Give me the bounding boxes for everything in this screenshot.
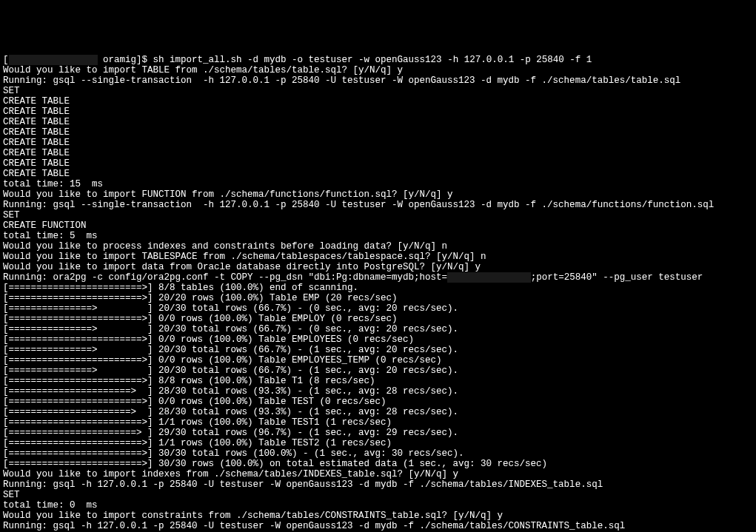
output-line: Running: ora2pg -c config/ora2pg.conf -t… <box>3 272 753 283</box>
progress-line: [======================> ] 28/30 total r… <box>3 407 753 417</box>
output-line: Running: gsql --single-transaction -h 12… <box>3 200 753 210</box>
output-line: CREATE TABLE <box>3 169 753 179</box>
output-line: Running: gsql -h 127.0.0.1 -p 25840 -U t… <box>3 521 753 531</box>
output-line: SET <box>3 490 753 500</box>
progress-line: [========================>] 0/0 rows (10… <box>3 397 753 407</box>
prompt-path: oramig]$ <box>98 55 153 65</box>
output-line: CREATE TABLE <box>3 96 753 107</box>
command-text: sh import_all.sh -d mydb -o testuser -w … <box>153 55 592 65</box>
output-line: CREATE TABLE <box>3 158 753 169</box>
output-line: Would you like to import data from Oracl… <box>3 262 753 272</box>
progress-line: [========================>] 1/1 rows (10… <box>3 438 753 448</box>
progress-line: [========================>] 8/8 rows (10… <box>3 376 753 386</box>
output-line: total time: 0 ms <box>3 500 753 511</box>
output-line: CREATE FUNCTION <box>3 220 753 231</box>
output-line: SET <box>3 86 753 96</box>
progress-line: [===============> ] 20/30 total rows (66… <box>3 303 753 314</box>
progress-line: [========================>] 30/30 rows (… <box>3 459 753 469</box>
progress-line: [======================> ] 28/30 total r… <box>3 386 753 397</box>
output-line: total time: 5 ms <box>3 231 753 241</box>
output-line: Would you like to import FUNCTION from .… <box>3 189 753 200</box>
output-line: CREATE TABLE <box>3 148 753 158</box>
progress-line: [========================>] 0/0 rows (10… <box>3 355 753 366</box>
redacted-host <box>9 55 98 65</box>
prompt-open: [ <box>3 55 9 65</box>
progress-line: [========================>] 20/20 rows (… <box>3 293 753 303</box>
progress-line: [===============> ] 20/30 total rows (66… <box>3 345 753 355</box>
redacted-host-2 <box>447 272 531 283</box>
output-line: CREATE TABLE <box>3 127 753 138</box>
progress-line: [===============> ] 20/30 total rows (66… <box>3 366 753 376</box>
progress-line: [========================>] 30/30 total … <box>3 448 753 459</box>
progress-line: [========================>] 1/1 rows (10… <box>3 417 753 428</box>
output-line: Would you like to import TABLESPACE from… <box>3 252 753 262</box>
output-line: Would you like to import constraints fro… <box>3 511 753 521</box>
output-line: Would you like to process indexes and co… <box>3 241 753 252</box>
output-line: CREATE TABLE <box>3 117 753 127</box>
output-line: Would you like to import TABLE from ./sc… <box>3 65 753 75</box>
output-line: Running: gsql --single-transaction -h 12… <box>3 75 753 86</box>
output-line: CREATE TABLE <box>3 138 753 148</box>
output-line: Would you like to import indexes from ./… <box>3 469 753 479</box>
prompt-line: [ oramig]$ sh import_all.sh -d mydb -o t… <box>3 55 753 65</box>
terminal-output[interactable]: [ oramig]$ sh import_all.sh -d mydb -o t… <box>0 52 756 532</box>
output-line: Running: gsql -h 127.0.0.1 -p 25840 -U t… <box>3 479 753 490</box>
progress-line: [========================>] 0/0 rows (10… <box>3 334 753 345</box>
output-line: SET <box>3 210 753 220</box>
progress-line: [========================>] 8/8 tables (… <box>3 283 753 293</box>
ora2pg-run-a: Running: ora2pg -c config/ora2pg.conf -t… <box>3 272 447 283</box>
progress-line: [========================>] 0/0 rows (10… <box>3 314 753 324</box>
ora2pg-run-b: ;port=25840" --pg_user testuser <box>531 272 703 283</box>
progress-line: [===============> ] 20/30 total rows (66… <box>3 324 753 334</box>
output-line: CREATE TABLE <box>3 107 753 117</box>
progress-line: [=======================> ] 29/30 total … <box>3 428 753 438</box>
output-line: total time: 15 ms <box>3 179 753 189</box>
